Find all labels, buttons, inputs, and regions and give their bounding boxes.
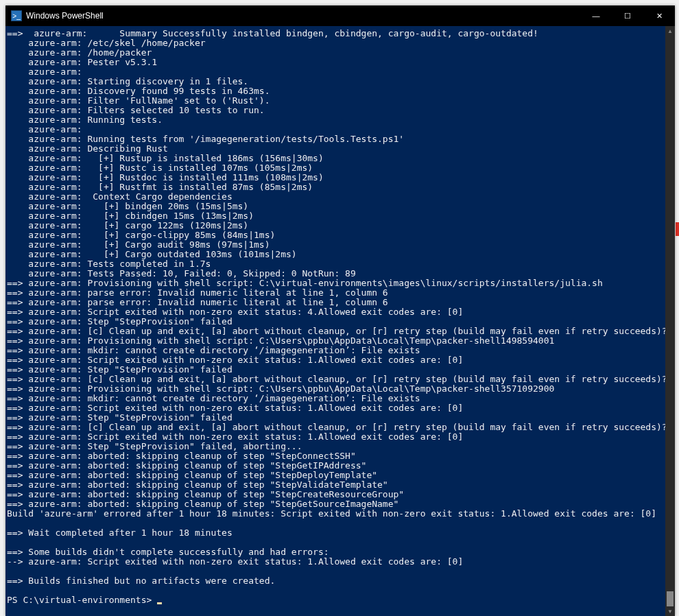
minimize-icon: — xyxy=(593,12,600,20)
prompt[interactable]: PS C:\virtual-environments> xyxy=(7,595,157,605)
powershell-window: >_ Windows PowerShell — ☐ ✕ ==> azure-ar… xyxy=(5,5,675,616)
titlebar[interactable]: >_ Windows PowerShell — ☐ ✕ xyxy=(5,5,675,26)
console-area: ==> azure-arm: Summary Successfully inst… xyxy=(5,26,675,616)
close-button[interactable]: ✕ xyxy=(643,5,675,26)
scroll-thumb[interactable] xyxy=(667,591,674,606)
background-accent xyxy=(676,222,679,236)
maximize-button[interactable]: ☐ xyxy=(612,5,643,26)
scroll-up-arrow[interactable]: ▲ xyxy=(665,26,675,36)
maximize-icon: ☐ xyxy=(624,12,631,21)
close-icon: ✕ xyxy=(656,12,663,21)
console-output[interactable]: ==> azure-arm: Summary Successfully inst… xyxy=(5,26,665,616)
vertical-scrollbar[interactable]: ▲ ▼ xyxy=(665,26,675,616)
minimize-button[interactable]: — xyxy=(580,5,612,26)
powershell-icon: >_ xyxy=(11,10,22,21)
cursor xyxy=(157,602,162,604)
powershell-icon-glyph: >_ xyxy=(12,12,20,20)
window-title: Windows PowerShell xyxy=(26,11,104,21)
scroll-down-arrow[interactable]: ▼ xyxy=(665,606,675,616)
